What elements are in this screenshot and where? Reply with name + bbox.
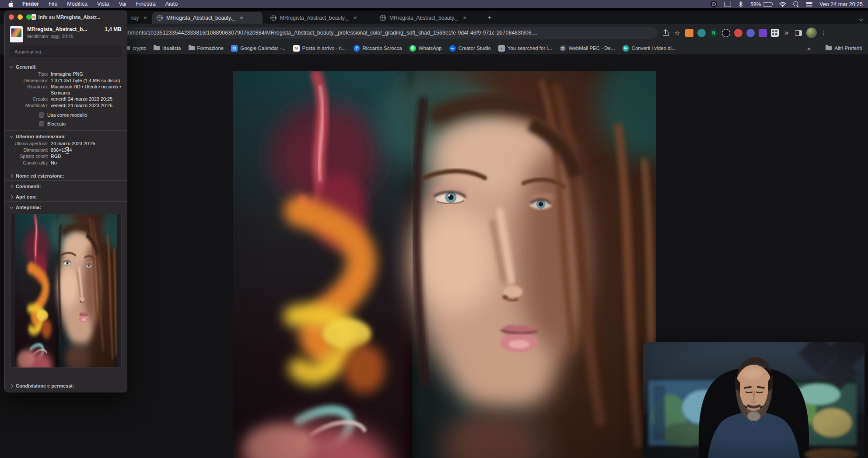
- checkbox-icon[interactable]: [39, 121, 44, 126]
- zoom-traffic-light[interactable]: [26, 14, 32, 20]
- bookmark-facebook[interactable]: fRiccardo Scrocca: [354, 45, 402, 52]
- info-row-situato: Situato in:Macintosh HD • Utenti • ricca…: [5, 84, 127, 96]
- apple-logo-icon[interactable]: [8, 1, 14, 8]
- info-window-titlebar[interactable]: Info su MRregista_Abstr...: [5, 11, 127, 23]
- close-icon[interactable]: ×: [462, 14, 468, 21]
- info-row-canale-alfa: Canale alfa:No: [5, 160, 127, 166]
- bookmark-you-searched[interactable]: ▲You searched for l...: [498, 45, 552, 52]
- photo-icon: ▲: [498, 45, 505, 52]
- extensions-overflow-icon[interactable]: »: [783, 29, 791, 37]
- bookmark-converti-video[interactable]: ▶Converti i video di...: [623, 45, 676, 52]
- chevron-down-icon: [10, 205, 13, 208]
- bookmark-gmail[interactable]: MPosta in arrivo - ri...: [293, 45, 346, 52]
- display-icon[interactable]: [724, 2, 731, 7]
- mail-at-icon: @: [560, 45, 566, 52]
- extension-violet-icon[interactable]: [759, 29, 767, 37]
- info-row-dimensioni-px: Dimensioni:896×1344: [5, 147, 127, 154]
- minimize-traffic-light[interactable]: [18, 14, 23, 20]
- bluetooth-icon[interactable]: [738, 1, 743, 7]
- menu-item-finder[interactable]: Finder: [18, 0, 44, 8]
- close-icon[interactable]: ×: [352, 14, 358, 21]
- tab-label: MRregista_Abstract_beauty._: [166, 15, 235, 21]
- tab-strip: ney × MRregista_Abstract_beauty._ × MRre…: [0, 10, 868, 24]
- tab-partial-midjourney[interactable]: ney ×: [126, 12, 153, 24]
- checkbox-bloccato[interactable]: Bloccato: [39, 121, 127, 126]
- browser-menu-kebab-icon[interactable]: ⋮: [821, 30, 827, 36]
- chevron-right-icon: [10, 185, 13, 188]
- wifi-icon[interactable]: [779, 2, 786, 7]
- bookmarks-bar: UP crypto idealista Formazione 31Google …: [0, 42, 868, 55]
- extension-indigo-icon[interactable]: [746, 29, 755, 37]
- finder-info-window[interactable]: Info su MRregista_Abstr... MRregista_Abs…: [4, 10, 127, 392]
- folder-icon: [826, 46, 832, 50]
- calendar-icon: 31: [231, 45, 238, 52]
- tab-search-chevron-icon[interactable]: [860, 14, 864, 18]
- info-row-spazio-colori: Spazio colori:RGB: [5, 154, 127, 160]
- close-traffic-light[interactable]: [9, 14, 14, 20]
- extension-orange-icon[interactable]: [685, 29, 693, 37]
- menu-item-file[interactable]: File: [44, 0, 62, 8]
- bookmark-creator-studio[interactable]: ∞Creator Studio: [449, 45, 491, 52]
- screen-recording-icon[interactable]: [710, 1, 717, 7]
- bookmark-folder-idealista[interactable]: idealista: [154, 45, 181, 51]
- bookmarks-overflow-chevron[interactable]: »: [807, 45, 810, 52]
- battery-icon: [763, 2, 772, 7]
- browser-toolbar: /attachments/1013512335442333816/1088906…: [0, 24, 868, 42]
- text-cursor: [65, 147, 69, 154]
- section-generali[interactable]: Generali:: [5, 61, 127, 71]
- tab-active-image[interactable]: MRregista_Abstract_beauty._ ×: [152, 12, 262, 24]
- extension-grid-icon[interactable]: [771, 29, 779, 37]
- section-ulteriori[interactable]: Ulteriori informazioni:: [5, 131, 127, 141]
- close-icon[interactable]: ×: [142, 14, 148, 21]
- tab-image-3[interactable]: MRregista_Abstract_beauty._ ×: [375, 12, 480, 24]
- control-center-icon[interactable]: [806, 2, 812, 7]
- menu-status-area: 58% Ven 24 mar 20:25: [710, 1, 863, 7]
- webcam-overlay: [643, 342, 864, 458]
- info-row-creato: Creato:venerdì 24 marzo 2023 20:25: [5, 96, 127, 102]
- file-name: MRregista_Abstract_b...: [27, 26, 87, 32]
- file-thumbnail-icon: [10, 26, 23, 42]
- close-icon[interactable]: ×: [238, 14, 245, 21]
- info-row-tipo: Tipo:Immagine PNG: [5, 71, 127, 77]
- menu-clock[interactable]: Ven 24 mar 20:25: [819, 1, 863, 7]
- bookmark-star-icon[interactable]: ☆: [673, 29, 681, 37]
- share-icon[interactable]: [662, 29, 669, 37]
- battery-percent-label: 58%: [750, 1, 761, 7]
- extension-dark-icon[interactable]: [722, 29, 730, 37]
- spotlight-search-icon[interactable]: [793, 1, 799, 7]
- section-anteprima[interactable]: Anteprima:: [5, 202, 127, 212]
- info-row-modificato: Modificato:venerdì 24 marzo 2023 20:25: [5, 103, 127, 109]
- new-tab-button[interactable]: +: [484, 12, 495, 23]
- bookmark-google-calendar[interactable]: 31Google Calendar -...: [231, 45, 286, 52]
- tags-input[interactable]: Aggiungi tag...: [10, 46, 122, 57]
- file-header: MRregista_Abstract_b... 1,4 MB Modificat…: [5, 23, 127, 44]
- bookmark-whatsapp[interactable]: ✆WhatsApp: [410, 45, 442, 52]
- meta-icon: ∞: [449, 45, 456, 52]
- profile-avatar[interactable]: [806, 28, 817, 38]
- side-panel-icon[interactable]: [794, 29, 802, 37]
- menu-item-vista[interactable]: Vista: [92, 0, 114, 8]
- other-bookmarks-folder[interactable]: Altri Preferiti: [826, 45, 862, 51]
- section-nome-estensione[interactable]: Nome ed estensione:: [5, 170, 127, 180]
- extension-n-icon[interactable]: N: [710, 29, 718, 37]
- menu-item-vai[interactable]: Vai: [114, 0, 131, 8]
- bookmark-folder-formazione[interactable]: Formazione: [189, 45, 224, 51]
- section-apri-con[interactable]: Apri con:: [5, 191, 127, 201]
- menu-item-aiuto[interactable]: Aiuto: [161, 0, 183, 8]
- battery-indicator[interactable]: 58%: [750, 1, 772, 7]
- file-modified-line: Modificato: oggi, 20:25: [27, 34, 122, 39]
- checkbox-usa-come-modello[interactable]: Usa come modello: [39, 112, 127, 118]
- tab-image-2[interactable]: MRregista_Abstract_beauty._ ×: [266, 12, 370, 24]
- checkbox-icon[interactable]: [39, 112, 44, 118]
- folder-icon: [154, 46, 160, 50]
- section-commenti[interactable]: Commenti:: [5, 181, 127, 191]
- bookmark-webmail-pec[interactable]: @WebMail PEC - De...: [560, 45, 615, 52]
- address-bar[interactable]: /attachments/1013512335442333816/1088906…: [108, 27, 658, 39]
- section-condivisione[interactable]: Condivisione e permessi:: [5, 380, 127, 392]
- menu-item-finestra[interactable]: Finestra: [131, 0, 161, 8]
- extension-teal-icon[interactable]: [697, 29, 706, 37]
- whatsapp-icon: ✆: [410, 45, 416, 52]
- url-text: /attachments/1013512335442333816/1088906…: [115, 30, 538, 36]
- menu-item-modifica[interactable]: Modifica: [62, 0, 92, 8]
- extension-red-icon[interactable]: [734, 29, 742, 37]
